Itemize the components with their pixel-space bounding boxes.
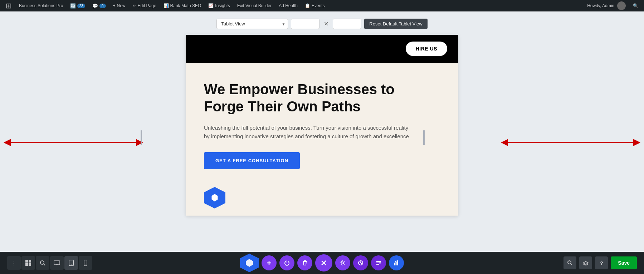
- settings-button[interactable]: [335, 255, 350, 270]
- add-module-button[interactable]: [262, 255, 277, 270]
- hero-subtitle: Unleashing the full potential of your bu…: [204, 124, 411, 141]
- module-hexagon-icon[interactable]: [240, 254, 259, 272]
- svg-rect-3: [29, 260, 31, 263]
- view-select[interactable]: Tablet View Desktop View Mobile View: [216, 19, 288, 29]
- new-item[interactable]: + New: [110, 0, 128, 11]
- resize-bar-right-icon: [423, 130, 425, 145]
- svg-rect-27: [397, 261, 398, 265]
- search-admin[interactable]: 🔍: [630, 3, 641, 8]
- hexagon-icon: [204, 187, 225, 208]
- power-button[interactable]: [279, 255, 294, 270]
- site-name[interactable]: Business Solutions Pro: [16, 0, 66, 11]
- canvas-area: Tablet View Desktop View Mobile View ▼ 8…: [0, 11, 644, 274]
- svg-line-29: [571, 264, 572, 265]
- cta-button[interactable]: GET A FREE CONSULTATION: [204, 152, 300, 169]
- resize-handle-right[interactable]: [423, 130, 425, 145]
- ad-health-item[interactable]: Ad Health: [276, 0, 301, 11]
- svg-rect-8: [54, 261, 60, 265]
- grid-button[interactable]: [21, 256, 35, 270]
- close-module-button[interactable]: [315, 254, 332, 271]
- insights-item[interactable]: 📈 Insights: [205, 0, 233, 11]
- svg-rect-2: [25, 260, 28, 263]
- view-toolbar: Tablet View Desktop View Mobile View ▼ 8…: [216, 19, 427, 29]
- view-select-wrap: Tablet View Desktop View Mobile View ▼: [216, 19, 288, 29]
- svg-rect-5: [29, 263, 31, 266]
- svg-point-12: [71, 265, 72, 265]
- search-tool-button[interactable]: [36, 256, 49, 270]
- tablet-view-button[interactable]: [64, 256, 78, 270]
- mobile-view-button[interactable]: [79, 256, 92, 270]
- svg-rect-4: [25, 263, 28, 266]
- comments-item[interactable]: 💬 0: [89, 0, 109, 11]
- help-button[interactable]: ?: [595, 256, 608, 269]
- events-item[interactable]: 📋 Events: [302, 0, 328, 11]
- edit-page-item[interactable]: ✏ Edit Page: [130, 0, 159, 11]
- preview-container: HIRE US We Empower Businesses to Forge T…: [0, 35, 644, 274]
- desktop-view-button[interactable]: [50, 256, 64, 270]
- bottom-center-tools: [240, 254, 404, 272]
- layers-button[interactable]: [579, 256, 592, 269]
- bottom-right-tools: ? Save: [564, 256, 637, 269]
- search-right-button[interactable]: [564, 256, 576, 269]
- hire-us-button[interactable]: HIRE US: [406, 42, 447, 56]
- delete-button[interactable]: [297, 255, 312, 270]
- svg-point-28: [568, 261, 571, 264]
- alignment-button[interactable]: [371, 255, 386, 270]
- save-button[interactable]: Save: [611, 256, 637, 269]
- px-extra-input[interactable]: [333, 19, 361, 29]
- reset-tablet-view-button[interactable]: Reset Default Tablet View: [364, 19, 427, 29]
- hero-title: We Empower Businesses to Forge Their Own…: [204, 81, 411, 115]
- wp-logo[interactable]: ⊞: [3, 0, 15, 11]
- preview-icon-area: [186, 180, 458, 216]
- resize-bar-left-icon: [141, 130, 142, 145]
- svg-rect-26: [396, 262, 397, 265]
- svg-rect-25: [394, 263, 395, 265]
- resize-arrow-right-group: [501, 139, 640, 146]
- resize-handle-left[interactable]: [141, 130, 142, 145]
- px-input[interactable]: 874px: [291, 19, 319, 29]
- hamburger-button[interactable]: ⋮: [7, 256, 21, 270]
- stats-button[interactable]: [389, 255, 404, 270]
- svg-point-20: [342, 262, 344, 264]
- rank-math-item[interactable]: 📊 Rank Math SEO: [161, 0, 204, 11]
- svg-point-6: [40, 261, 44, 264]
- resize-arrow-left-group: [4, 139, 143, 146]
- preview-header: HIRE US: [186, 35, 458, 63]
- left-arrow-icon: [4, 139, 143, 146]
- updates-item[interactable]: 🔄 23: [67, 0, 88, 11]
- history-button[interactable]: [353, 255, 368, 270]
- exit-vb-item[interactable]: Exit Visual Builder: [234, 0, 275, 11]
- svg-line-7: [44, 264, 45, 265]
- px-close-button[interactable]: ✕: [322, 20, 330, 27]
- svg-point-14: [85, 265, 86, 265]
- bottom-left-tools: ⋮: [7, 256, 92, 270]
- preview-hero-section: We Empower Businesses to Forge Their Own…: [186, 63, 458, 180]
- page-preview: HIRE US We Empower Businesses to Forge T…: [186, 35, 458, 216]
- admin-bar: ⊞ Business Solutions Pro 🔄 23 💬 0 + New …: [0, 0, 644, 11]
- bottom-toolbar: ⋮: [0, 252, 644, 274]
- howdy-item[interactable]: Howdy, Admin: [584, 1, 629, 10]
- admin-bar-right: Howdy, Admin 🔍: [584, 1, 641, 10]
- right-arrow-icon: [501, 139, 640, 146]
